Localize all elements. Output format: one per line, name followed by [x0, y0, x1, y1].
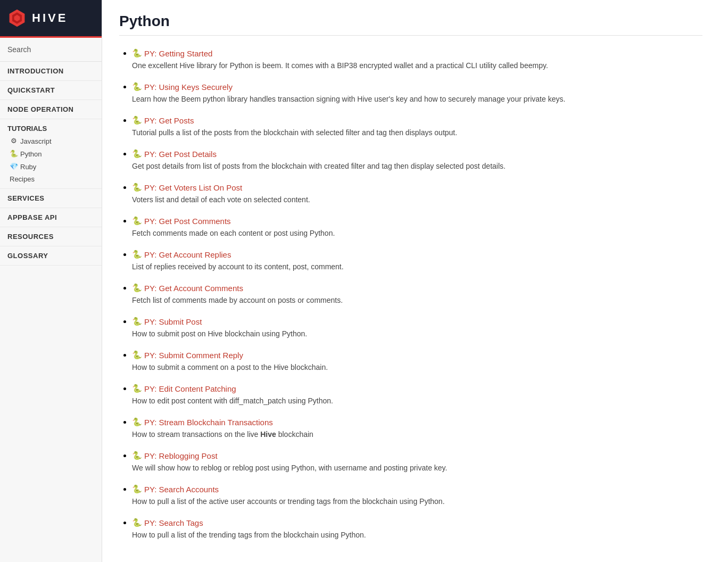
python-bullet-icon: 🐍: [132, 115, 142, 125]
tutorial-link-get-post-comments[interactable]: 🐍PY: Get Post Comments: [132, 216, 231, 226]
tutorial-item: 🐍PY: Search TagsHow to pull a list of th…: [132, 518, 702, 541]
sidebar-item-introduction[interactable]: INTRODUCTION: [0, 62, 102, 81]
tutorial-item: 🐍PY: Submit Comment ReplyHow to submit a…: [132, 350, 702, 373]
tutorial-item: 🐍PY: Edit Content PatchingHow to edit po…: [132, 384, 702, 407]
tutorial-link-text: PY: Using Keys Securely: [144, 82, 233, 92]
sidebar-item-services[interactable]: SERVICES: [0, 189, 102, 208]
tutorial-link-text: PY: Stream Blockchain Transactions: [144, 418, 273, 427]
tutorial-description: Fetch comments made on each content or p…: [132, 228, 702, 239]
tutorial-description: How to edit post content with diff_match…: [132, 395, 702, 407]
tutorial-description: Learn how the Beem python library handle…: [132, 94, 702, 105]
tutorial-link-stream-blockchain[interactable]: 🐍PY: Stream Blockchain Transactions: [132, 417, 273, 427]
tutorial-item: 🐍PY: Reblogging PostWe will show how to …: [132, 451, 702, 474]
tutorial-link-search-accounts[interactable]: 🐍PY: Search Accounts: [132, 484, 219, 494]
python-bullet-icon: 🐍: [132, 484, 142, 494]
search-label: Search: [7, 45, 31, 54]
tutorial-item: 🐍PY: Get Voters List On PostVoters list …: [132, 183, 702, 205]
python-icon: 🐍: [10, 150, 18, 158]
tutorial-list: 🐍PY: Getting StartedOne excellent Hive l…: [119, 48, 702, 541]
tutorial-link-get-posts[interactable]: 🐍PY: Get Posts: [132, 115, 194, 125]
tutorial-description: One excellent Hive library for Python is…: [132, 60, 702, 71]
sidebar-item-appbase-api[interactable]: APPBASE API: [0, 208, 102, 227]
tutorial-link-text: PY: Submit Comment Reply: [144, 351, 243, 360]
tutorial-link-text: PY: Search Accounts: [144, 485, 219, 494]
python-bullet-icon: 🐍: [132, 417, 142, 427]
python-bullet-icon: 🐍: [132, 283, 142, 293]
hive-logo-icon: [7, 9, 27, 28]
python-bullet-icon: 🐍: [132, 82, 142, 92]
tutorial-link-text: PY: Submit Post: [144, 317, 202, 326]
tutorial-link-get-post-details[interactable]: 🐍PY: Get Post Details: [132, 149, 217, 159]
tutorial-item: 🐍PY: Get PostsTutorial pulls a list of t…: [132, 115, 702, 138]
sidebar-item-glossary[interactable]: GLOSSARY: [0, 246, 102, 266]
main-content: Python 🐍PY: Getting StartedOne excellent…: [102, 0, 728, 562]
python-bullet-icon: 🐍: [132, 350, 142, 360]
tutorial-item: 🐍PY: Using Keys SecurelyLearn how the Be…: [132, 82, 702, 105]
tutorial-description: How to submit a comment on a post to the…: [132, 362, 702, 373]
sidebar-item-ruby[interactable]: 💎 Ruby: [0, 160, 102, 173]
tutorial-description: How to pull a list of the active user ac…: [132, 496, 702, 507]
tutorial-link-text: PY: Get Post Details: [144, 150, 217, 159]
tutorial-link-submit-comment-reply[interactable]: 🐍PY: Submit Comment Reply: [132, 350, 243, 360]
python-bullet-icon: 🐍: [132, 48, 142, 58]
tutorial-description: Get post details from list of posts from…: [132, 161, 702, 172]
tutorial-link-text: PY: Edit Content Patching: [144, 384, 236, 393]
python-bullet-icon: 🐍: [132, 250, 142, 259]
sidebar-item-quickstart[interactable]: QUICKSTART: [0, 81, 102, 100]
sidebar-item-javascript[interactable]: ⚙ Javascript: [0, 135, 102, 147]
tutorials-sub-items: ⚙ Javascript 🐍 Python 💎 Ruby Recipes: [0, 135, 102, 189]
tutorial-link-text: PY: Get Account Replies: [144, 250, 231, 259]
search-button[interactable]: Search: [0, 38, 102, 62]
tutorial-link-text: PY: Get Account Comments: [144, 284, 243, 293]
sidebar-item-python[interactable]: 🐍 Python: [0, 147, 102, 160]
sidebar-item-resources[interactable]: RESOURCES: [0, 227, 102, 246]
sidebar: HIVE Search INTRODUCTION QUICKSTART NODE…: [0, 0, 102, 562]
tutorial-link-text: PY: Get Voters List On Post: [144, 183, 242, 192]
tutorial-link-submit-post[interactable]: 🐍PY: Submit Post: [132, 317, 202, 326]
page-title: Python: [119, 13, 702, 36]
tutorial-description: Tutorial pulls a list of the posts from …: [132, 127, 702, 138]
tutorial-item: 🐍PY: Stream Blockchain TransactionsHow t…: [132, 417, 702, 440]
python-bullet-icon: 🐍: [132, 183, 142, 192]
tutorial-link-reblogging-post[interactable]: 🐍PY: Reblogging Post: [132, 451, 218, 460]
tutorial-link-get-voters-list[interactable]: 🐍PY: Get Voters List On Post: [132, 183, 242, 192]
tutorial-link-text: PY: Reblogging Post: [144, 451, 218, 460]
tutorial-link-get-account-replies[interactable]: 🐍PY: Get Account Replies: [132, 250, 231, 259]
sidebar-item-node-operation[interactable]: NODE OPERATION: [0, 100, 102, 119]
tutorial-link-getting-started[interactable]: 🐍PY: Getting Started: [132, 48, 212, 58]
python-bullet-icon: 🐍: [132, 451, 142, 460]
tutorial-description: List of replies received by account to i…: [132, 261, 702, 272]
javascript-icon: ⚙: [10, 137, 18, 145]
logo-area[interactable]: HIVE: [0, 0, 102, 38]
python-bullet-icon: 🐍: [132, 216, 142, 226]
tutorial-link-text: PY: Getting Started: [144, 49, 212, 58]
tutorial-description: We will show how to reblog or reblog pos…: [132, 462, 702, 474]
tutorial-description: How to stream transactions on the live H…: [132, 429, 702, 440]
tutorial-link-text: PY: Get Posts: [144, 116, 194, 125]
tutorial-link-get-account-comments[interactable]: 🐍PY: Get Account Comments: [132, 283, 243, 293]
tutorial-item: 🐍PY: Search AccountsHow to pull a list o…: [132, 484, 702, 507]
python-bullet-icon: 🐍: [132, 149, 142, 159]
tutorial-link-text: PY: Search Tags: [144, 518, 203, 527]
sidebar-item-recipes[interactable]: Recipes: [0, 173, 102, 185]
tutorial-item: 🐍PY: Submit PostHow to submit post on Hi…: [132, 317, 702, 340]
tutorial-description: Voters list and detail of each vote on s…: [132, 194, 702, 205]
tutorial-description: Fetch list of comments made by account o…: [132, 295, 702, 306]
ruby-icon: 💎: [10, 162, 18, 171]
python-bullet-icon: 🐍: [132, 384, 142, 393]
tutorial-item: 🐍PY: Getting StartedOne excellent Hive l…: [132, 48, 702, 71]
tutorial-link-edit-content-patching[interactable]: 🐍PY: Edit Content Patching: [132, 384, 236, 393]
brand-name: HIVE: [32, 11, 68, 25]
tutorial-description: How to submit post on Hive blockchain us…: [132, 328, 702, 340]
python-bullet-icon: 🐍: [132, 317, 142, 326]
tutorial-link-using-keys-securely[interactable]: 🐍PY: Using Keys Securely: [132, 82, 233, 92]
tutorials-section-label: TUTORIALS: [0, 119, 102, 135]
tutorial-item: 🐍PY: Get Post CommentsFetch comments mad…: [132, 216, 702, 239]
tutorial-item: 🐍PY: Get Post DetailsGet post details fr…: [132, 149, 702, 172]
tutorial-description: How to pull a list of the trending tags …: [132, 530, 702, 541]
tutorial-link-text: PY: Get Post Comments: [144, 217, 231, 226]
tutorial-item: 🐍PY: Get Account RepliesList of replies …: [132, 250, 702, 272]
python-bullet-icon: 🐍: [132, 518, 142, 527]
tutorial-item: 🐍PY: Get Account CommentsFetch list of c…: [132, 283, 702, 306]
tutorial-link-search-tags[interactable]: 🐍PY: Search Tags: [132, 518, 203, 527]
